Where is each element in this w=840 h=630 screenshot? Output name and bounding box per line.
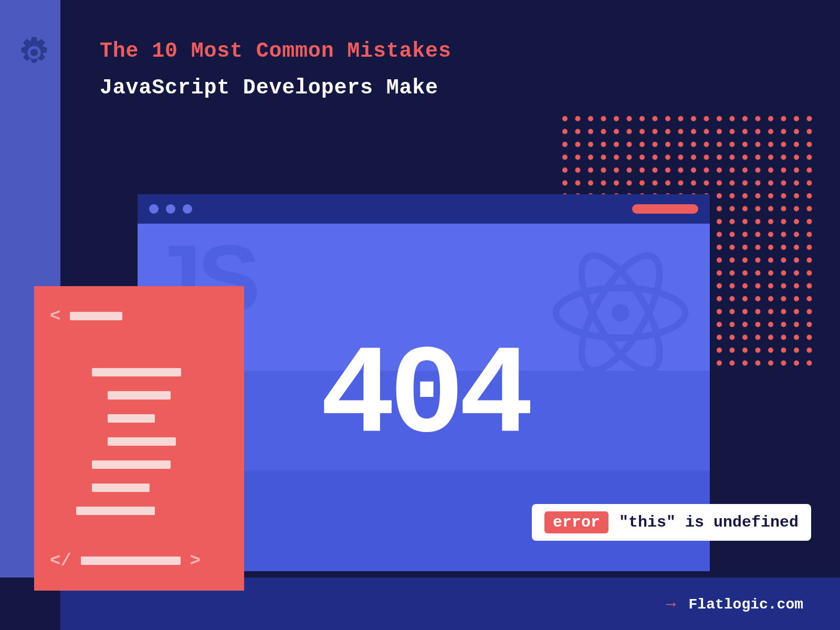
window-controls xyxy=(149,204,192,214)
code-bar xyxy=(81,556,181,565)
window-dot xyxy=(183,204,192,214)
code-bar xyxy=(92,484,150,492)
gear-icon xyxy=(16,34,52,71)
code-bar xyxy=(108,437,176,446)
window-dot xyxy=(166,204,175,214)
title-line-1: The 10 Most Common Mistakes xyxy=(100,39,452,63)
code-body xyxy=(50,362,228,515)
footer: → Flatlogic.com xyxy=(666,595,803,614)
error-text: "this" is undefined xyxy=(619,513,799,531)
arrow-icon: → xyxy=(666,595,676,614)
code-bar xyxy=(92,368,181,376)
code-panel: < </ > xyxy=(34,286,244,591)
svg-point-5 xyxy=(612,304,629,322)
browser-titlebar xyxy=(138,194,710,224)
footer-site: Flatlogic.com xyxy=(689,596,803,613)
code-open: < xyxy=(50,306,228,326)
window-dot xyxy=(149,204,159,214)
title-line-2: JavaScript Developers Make xyxy=(100,76,438,100)
error-badge: error xyxy=(544,511,608,533)
bracket-close: </ xyxy=(50,551,71,571)
bracket-open: < xyxy=(50,306,60,326)
code-close: </ > xyxy=(50,551,228,571)
titlebar-pill xyxy=(632,204,698,214)
code-bar xyxy=(108,391,171,400)
code-bar xyxy=(70,312,122,320)
code-bar xyxy=(76,507,155,515)
code-bar xyxy=(92,460,171,469)
atom-icon xyxy=(547,239,694,386)
code-bar xyxy=(108,414,155,423)
bracket-arrow: > xyxy=(190,551,201,571)
error-code-404: 404 xyxy=(320,326,528,469)
error-message-box: error "this" is undefined xyxy=(532,504,811,541)
